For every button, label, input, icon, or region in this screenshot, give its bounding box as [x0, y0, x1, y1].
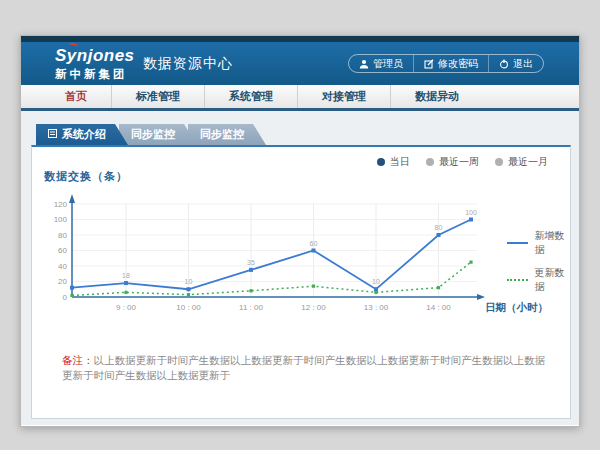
nav-item-home[interactable]: 首页 [41, 85, 111, 108]
data-point-label: 80 [435, 224, 443, 231]
nav-item-interface-mgmt[interactable]: 对接管理 [297, 85, 390, 108]
data-point [469, 261, 472, 264]
document-icon [48, 124, 57, 145]
x-tick-label: 12 : 00 [301, 303, 326, 312]
change-password-label: 修改密码 [438, 57, 478, 71]
y-tick-label: 0 [63, 293, 68, 302]
line-chart: 0204060801001209 : 0010 : 0011 : 0012 : … [47, 189, 547, 321]
range-option-last-week[interactable]: 最近一周 [426, 155, 479, 169]
x-tick-label: 10 : 00 [176, 303, 201, 312]
radio-icon [377, 158, 385, 166]
radio-icon [426, 158, 434, 166]
y-tick-label: 100 [54, 215, 68, 224]
series-legend: 新增数据 更新数据 [507, 229, 570, 294]
nav-item-data-change[interactable]: 数据异动 [390, 85, 483, 108]
y-tick-label: 40 [58, 262, 67, 271]
x-tick-label: 9 : 00 [116, 303, 137, 312]
content-area: 系统介绍 同步监控 同步监控 当日 最近一周 [21, 111, 579, 425]
x-tick-label: 13 : 00 [364, 303, 389, 312]
page-title: 数据资源中心 [143, 55, 233, 73]
tab-sync-monitor-2[interactable]: 同步监控 [188, 124, 266, 145]
data-point [469, 218, 473, 222]
data-point [312, 285, 315, 288]
y-tick-label: 20 [58, 277, 67, 286]
main-nav: 首页 标准管理 系统管理 对接管理 数据异动 [21, 85, 579, 111]
logout-button[interactable]: 退出 [488, 55, 543, 72]
green-dotted-swatch [507, 279, 528, 281]
current-user-label: 管理员 [373, 57, 403, 71]
change-password-button[interactable]: 修改密码 [413, 55, 488, 72]
data-point [70, 286, 74, 290]
brand-logo-name: Synjones [55, 46, 135, 66]
blue-line-swatch [507, 242, 528, 244]
data-point-label: 35 [247, 259, 255, 266]
footer-note-text: 以上数据更新于时间产生数据以上数据更新于时间产生数据以上数据更新于时间产生数据以… [62, 354, 545, 381]
brand-logo: Synjones 新中新集团 [55, 46, 135, 82]
data-point [187, 293, 190, 296]
data-point-label: 60 [310, 240, 318, 247]
app-header: Synjones 新中新集团 数据资源中心 管理员 修改密码 [21, 42, 579, 85]
y-axis-title: 数据交换（条） [44, 169, 128, 184]
data-point [374, 287, 378, 291]
footer-note: 备注：以上数据更新于时间产生数据以上数据更新于时间产生数据以上数据更新于时间产生… [62, 353, 552, 382]
logout-label: 退出 [513, 57, 533, 71]
legend-item-new-data[interactable]: 新增数据 [507, 229, 570, 257]
data-point-label: 18 [122, 272, 130, 279]
user-toolbar: 管理员 修改密码 退出 [348, 54, 544, 73]
x-axis-title: 日期（小时） [485, 301, 547, 314]
data-point-label: 10 [185, 278, 193, 285]
data-point [70, 294, 73, 297]
data-point [249, 268, 253, 272]
y-tick-label: 60 [58, 246, 67, 255]
data-point [124, 291, 127, 294]
brand-logo-subtitle: 新中新集团 [55, 67, 135, 82]
range-option-last-month[interactable]: 最近一月 [495, 155, 548, 169]
range-selector: 当日 最近一周 最近一月 [377, 155, 548, 169]
legend-item-updated-data[interactable]: 更新数据 [507, 266, 570, 294]
x-axis-arrow-icon [477, 294, 485, 300]
y-tick-label: 120 [54, 200, 68, 209]
nav-item-system-mgmt[interactable]: 系统管理 [204, 85, 297, 108]
data-point-label: 10 [372, 278, 380, 285]
data-point [187, 287, 191, 291]
range-option-today[interactable]: 当日 [377, 155, 410, 169]
user-icon [359, 59, 369, 69]
footer-note-prefix: 备注： [62, 354, 94, 366]
tab-sync-monitor-1[interactable]: 同步监控 [119, 124, 197, 145]
current-user-button[interactable]: 管理员 [349, 55, 413, 72]
x-tick-label: 11 : 00 [239, 303, 263, 312]
data-point-label: 100 [465, 209, 477, 216]
tab-bar: 系统介绍 同步监控 同步监控 [36, 124, 266, 145]
data-point [312, 249, 316, 253]
series-line-1 [72, 262, 471, 295]
data-point [249, 289, 252, 292]
series-line-0 [72, 220, 471, 290]
tab-system-intro[interactable]: 系统介绍 [36, 124, 128, 145]
data-point [437, 286, 440, 289]
edit-icon [424, 59, 434, 69]
y-tick-label: 80 [58, 231, 67, 240]
data-point [374, 291, 377, 294]
power-icon [499, 59, 509, 69]
data-point [124, 281, 128, 285]
chart-panel: 当日 最近一周 最近一月 数据交换（条） 0204060801001209 : … [31, 145, 571, 419]
nav-item-standard-mgmt[interactable]: 标准管理 [111, 85, 204, 108]
data-point [437, 233, 441, 237]
app-window: Synjones 新中新集团 数据资源中心 管理员 修改密码 [20, 35, 580, 427]
y-axis-arrow-icon [69, 194, 75, 203]
x-tick-label: 14 : 00 [426, 303, 451, 312]
radio-icon [495, 158, 503, 166]
